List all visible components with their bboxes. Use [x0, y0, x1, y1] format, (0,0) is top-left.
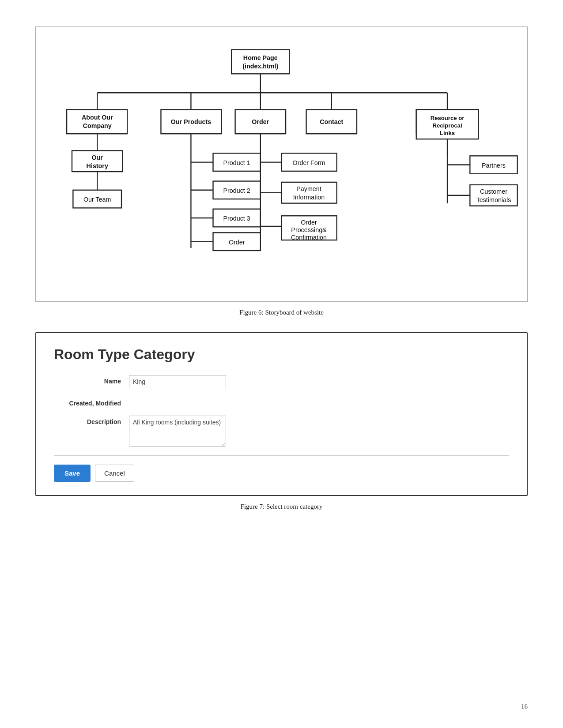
figure6-diagram-container: Home Page (index.html) About Our Company — [35, 26, 528, 302]
svg-rect-10 — [67, 109, 127, 134]
svg-text:About Our: About Our — [82, 114, 113, 121]
svg-text:Our: Our — [92, 154, 103, 161]
svg-text:Confirmation: Confirmation — [291, 234, 327, 241]
svg-text:Contact: Contact — [320, 118, 343, 125]
svg-text:Testimonials: Testimonials — [476, 196, 511, 203]
svg-text:(index.html): (index.html) — [242, 63, 278, 70]
description-textarea[interactable]: All King rooms (including suites) — [129, 416, 226, 447]
svg-text:Product 2: Product 2 — [223, 187, 250, 194]
svg-text:Our Team: Our Team — [83, 196, 111, 203]
svg-rect-0 — [231, 49, 289, 74]
page-number: 16 — [521, 703, 528, 710]
svg-text:History: History — [87, 162, 108, 169]
description-label: Description — [54, 416, 129, 425]
created-modified-row: Created, Modified — [54, 397, 509, 407]
created-modified-label: Created, Modified — [54, 397, 129, 407]
form-buttons: Save Cancel — [54, 465, 509, 482]
form-title: Room Type Category — [54, 346, 509, 363]
svg-text:Our Products: Our Products — [171, 118, 211, 125]
svg-text:Links: Links — [440, 130, 455, 136]
save-button[interactable]: Save — [54, 465, 91, 482]
svg-text:Processing&: Processing& — [291, 226, 327, 233]
svg-text:Information: Information — [293, 194, 325, 201]
svg-text:Partners: Partners — [482, 162, 506, 169]
name-input[interactable] — [129, 375, 226, 388]
svg-text:Home Page: Home Page — [243, 54, 278, 61]
svg-text:Customer: Customer — [480, 188, 507, 195]
storyboard-diagram: Home Page (index.html) About Our Company — [45, 40, 518, 293]
form-divider — [54, 455, 509, 456]
svg-text:Order: Order — [229, 239, 245, 246]
svg-text:Resource or: Resource or — [431, 115, 465, 121]
svg-text:Order: Order — [252, 118, 269, 125]
svg-text:Order Form: Order Form — [293, 159, 325, 166]
svg-text:Company: Company — [83, 122, 112, 129]
svg-text:Product 1: Product 1 — [223, 159, 250, 166]
description-row: Description All King rooms (including su… — [54, 416, 509, 447]
figure7-form-container: Room Type Category Name Created, Modifie… — [35, 332, 528, 496]
page: Home Page (index.html) About Our Company — [0, 0, 563, 728]
figure7-caption: Figure 7: Select room category — [35, 503, 528, 510]
figure6-caption: Figure 6: Storyboard of website — [35, 309, 528, 316]
form-inner: Room Type Category Name Created, Modifie… — [36, 333, 527, 495]
svg-text:Order: Order — [301, 219, 317, 226]
svg-text:Product 3: Product 3 — [223, 215, 250, 222]
svg-text:Reciprocal: Reciprocal — [433, 122, 462, 129]
cancel-button[interactable]: Cancel — [95, 465, 134, 482]
name-label: Name — [54, 375, 129, 385]
svg-text:Payment: Payment — [296, 185, 321, 192]
name-row: Name — [54, 375, 509, 388]
